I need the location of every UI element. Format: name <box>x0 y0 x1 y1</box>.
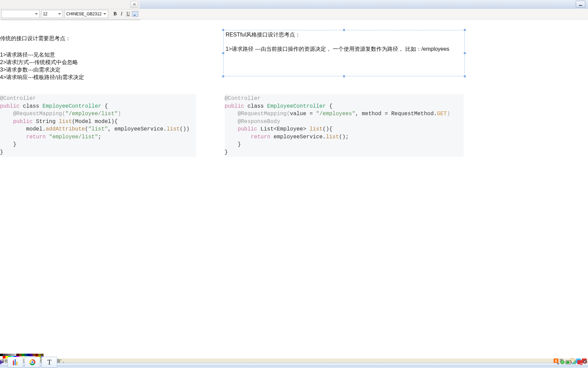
code-block-restful: @Controller public class EmployeeControl… <box>225 94 463 157</box>
resize-handle[interactable] <box>222 75 224 77</box>
taskbar[interactable]: T <box>0 363 588 368</box>
italic-button[interactable]: I <box>119 11 124 17</box>
color-swatch[interactable] <box>38 354 41 356</box>
text-block-restful-selected[interactable]: RESTful风格接口设计思考点： 1>请求路径 ---由当前接口操作的资源决定… <box>223 30 465 76</box>
font-family-select[interactable] <box>1 10 40 18</box>
code-block-traditional: @Controller public class EmployeeControl… <box>0 94 196 157</box>
chrome-icon <box>29 359 35 365</box>
close-icon[interactable]: ✕ <box>130 1 138 8</box>
color-swatch[interactable] <box>27 354 30 356</box>
resize-handle[interactable] <box>464 75 466 77</box>
underline-button[interactable]: U <box>126 11 131 17</box>
color-swatch[interactable] <box>14 354 16 356</box>
text-app-icon: T <box>47 358 51 366</box>
action-center-icon[interactable] <box>577 360 582 364</box>
tray-expand-icon[interactable] <box>556 361 559 364</box>
font-script-value: CHINESE_GB2312 <box>66 12 101 16</box>
resize-handle[interactable] <box>464 52 466 54</box>
signal-icon[interactable] <box>572 360 576 364</box>
taskbar-item-paint[interactable] <box>7 357 23 368</box>
paint-icon <box>13 359 18 365</box>
color-swatch[interactable] <box>11 354 14 356</box>
color-swatch[interactable] <box>24 354 27 356</box>
font-size-value: 12 <box>43 12 47 16</box>
tray-status-icon[interactable] <box>560 360 565 364</box>
battery-icon[interactable] <box>566 361 571 364</box>
text-cursor <box>17 60 18 65</box>
minimize-button[interactable] <box>576 1 585 7</box>
color-swatch[interactable] <box>30 354 33 356</box>
system-tray <box>556 356 587 368</box>
line: 1>请求路径 ---由当前接口操作的资源决定， 一个使用资源复数作为路径， 比如… <box>226 45 462 53</box>
color-swatch[interactable] <box>8 354 11 356</box>
heading: RESTful风格接口设计思考点： <box>226 31 462 39</box>
line: 3>请求参数---由需求决定 <box>0 66 204 74</box>
taskbar-item-text[interactable]: T <box>42 357 57 368</box>
image-icon <box>132 11 138 17</box>
resize-handle[interactable] <box>464 29 466 31</box>
taskbar-item-media[interactable] <box>0 357 6 367</box>
color-swatch[interactable] <box>3 354 5 356</box>
color-swatch[interactable] <box>41 354 44 356</box>
format-toolbar: ✕ 12 CHINESE_GB2312 B I U <box>0 0 140 19</box>
heading: 传统的接口设计需要思考点： <box>0 35 204 42</box>
line: 4>请求响应---模板路径/由需求决定 <box>0 74 204 81</box>
color-swatch[interactable] <box>33 354 35 356</box>
font-script-select[interactable]: CHINESE_GB2312 <box>64 10 108 18</box>
window-titlebar <box>140 0 588 9</box>
insert-image-button[interactable] <box>132 11 138 17</box>
color-swatch[interactable] <box>0 354 3 356</box>
canvas[interactable]: 传统的接口设计需要思考点： 1>请求路径---见名知意 2>请求方式---传统模… <box>0 19 588 354</box>
line: 2>请求方式---传统模式中会忽略 <box>0 59 204 66</box>
resize-handle[interactable] <box>343 29 345 31</box>
taskbar-item-chrome[interactable] <box>24 357 40 368</box>
color-swatch[interactable] <box>19 354 22 356</box>
line: 1>请求路径---见名知意 <box>0 51 204 59</box>
color-swatch[interactable] <box>5 354 8 356</box>
resize-handle[interactable] <box>222 52 224 54</box>
color-swatch[interactable] <box>22 354 24 356</box>
bold-button[interactable]: B <box>113 11 118 17</box>
resize-handle[interactable] <box>343 75 345 77</box>
text-block-traditional[interactable]: 传统的接口设计需要思考点： 1>请求路径---见名知意 2>请求方式---传统模… <box>0 35 204 81</box>
resize-handle[interactable] <box>222 29 224 31</box>
toolbar-strip <box>140 9 588 19</box>
status-bar: 请在 "帮助" 菜单中，单击 "帮助主题" 。 S 英 ， <box>0 358 588 363</box>
color-swatch[interactable] <box>35 354 38 356</box>
color-swatch[interactable] <box>16 354 19 356</box>
volume-muted-icon[interactable] <box>583 360 587 364</box>
font-size-select[interactable]: 12 <box>41 10 63 18</box>
